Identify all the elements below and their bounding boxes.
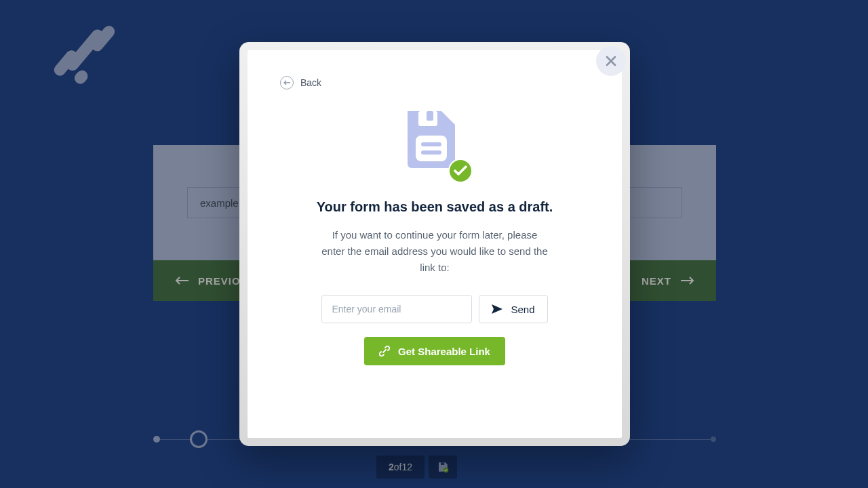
send-button[interactable]: Send [479,295,547,323]
send-label: Send [511,304,534,315]
modal-title: Your form has been saved as a draft. [317,199,553,215]
get-shareable-link-button[interactable]: Get Shareable Link [364,337,505,365]
back-button[interactable]: Back [280,76,321,89]
close-icon [604,54,618,68]
svg-rect-8 [416,136,447,161]
email-input[interactable] [321,295,472,323]
back-label: Back [300,77,321,88]
modal-description: If you want to continue your form later,… [319,227,550,276]
draft-saved-icon [401,107,469,182]
close-button[interactable] [596,46,626,76]
svg-rect-10 [421,150,441,155]
svg-rect-7 [427,111,433,121]
send-icon [492,304,502,314]
draft-saved-modal: Back Your form has been saved as a draft… [239,42,630,446]
link-icon [379,346,390,357]
svg-rect-9 [421,142,441,146]
share-label: Get Shareable Link [398,346,490,357]
arrow-left-icon [280,76,294,89]
